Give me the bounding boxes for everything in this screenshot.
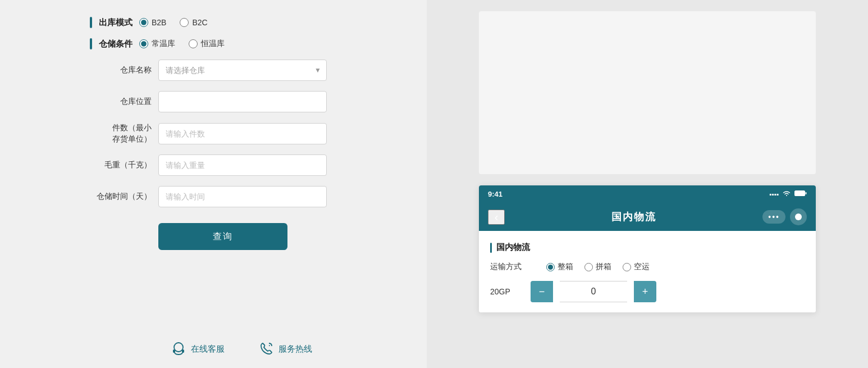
online-service-label: 在线客服 <box>191 344 225 355</box>
outbound-mode-row: 出库模式 B2B B2C <box>90 17 393 28</box>
online-service-button[interactable]: 在线客服 <box>171 341 225 357</box>
normal-temp-option[interactable]: 常温库 <box>139 39 175 49</box>
footer-actions: 在线客服 服务热线 <box>90 330 393 357</box>
full-container-radio[interactable] <box>546 263 555 271</box>
full-container-option[interactable]: 整箱 <box>546 262 573 272</box>
outbound-mode-label: 出库模式 <box>99 17 133 28</box>
warehouse-name-label: 仓库名称 <box>90 65 152 75</box>
right-panel: 9:41 ▪▪▪▪ ‹ <box>427 0 868 368</box>
dots-menu-button[interactable]: ••• <box>762 210 785 224</box>
battery-icon <box>794 190 807 198</box>
warehouse-select[interactable]: 请选择仓库 <box>158 60 327 81</box>
left-panel: 出库模式 B2B B2C 仓储条件 常温库 <box>0 0 427 368</box>
warehouse-select-wrapper: 请选择仓库 ▼ <box>158 60 327 81</box>
stepper-input[interactable] <box>560 281 627 302</box>
stepper-20gp-row: 20GP − + <box>490 281 805 302</box>
circle-inner <box>795 213 802 220</box>
b2b-label: B2B <box>152 18 166 27</box>
air-option[interactable]: 空运 <box>623 262 650 272</box>
phone-section-title: 国内物流 <box>496 242 530 253</box>
phone-icon <box>258 341 274 357</box>
signal-icon: ▪▪▪▪ <box>769 190 779 198</box>
svg-rect-1 <box>173 349 175 353</box>
nav-title: 国内物流 <box>611 210 656 224</box>
container-20gp-label: 20GP <box>490 287 524 296</box>
gross-weight-row: 毛重（千克） <box>90 155 393 176</box>
status-icons: ▪▪▪▪ <box>769 190 807 198</box>
cold-temp-option[interactable]: 恒温库 <box>189 39 225 49</box>
full-container-label: 整箱 <box>558 262 573 272</box>
storage-condition-label: 仓储条件 <box>99 39 133 49</box>
pieces-row: 件数（最小存货单位） <box>90 122 393 144</box>
section-bar-outbound <box>90 17 92 28</box>
nav-bar: ‹ 国内物流 ••• <box>479 203 816 231</box>
gross-weight-label: 毛重（千克） <box>90 160 152 170</box>
gross-weight-input[interactable] <box>158 155 327 176</box>
svg-rect-2 <box>182 349 184 353</box>
service-hotline-label: 服务热线 <box>278 344 312 355</box>
circle-action-button[interactable] <box>790 208 807 225</box>
wifi-icon <box>782 190 791 198</box>
transport-label: 运输方式 <box>490 262 535 272</box>
storage-time-label: 仓储时间（天） <box>90 192 152 202</box>
cold-temp-radio[interactable] <box>189 39 198 48</box>
air-label: 空运 <box>634 262 650 272</box>
stepper-plus-button[interactable]: + <box>634 281 656 302</box>
storage-time-row: 仓储时间（天） <box>90 186 393 207</box>
lcl-label: 拼箱 <box>596 262 611 272</box>
cold-temp-label: 恒温库 <box>201 39 225 49</box>
storage-condition-row: 仓储条件 常温库 恒温库 <box>90 38 393 49</box>
outbound-mode-radio-group: B2B B2C <box>139 18 208 27</box>
transport-method-row: 运输方式 整箱 拼箱 空运 <box>490 262 805 272</box>
svg-rect-4 <box>806 192 807 194</box>
svg-rect-3 <box>795 191 805 196</box>
normal-temp-radio[interactable] <box>139 39 148 48</box>
lcl-radio[interactable] <box>584 263 593 271</box>
air-radio[interactable] <box>623 263 631 271</box>
status-time: 9:41 <box>488 190 502 198</box>
stepper-minus-button[interactable]: − <box>531 281 553 302</box>
transport-radio-group: 整箱 拼箱 空运 <box>546 262 650 272</box>
b2b-radio[interactable] <box>139 18 148 27</box>
storage-condition-radio-group: 常温库 恒温库 <box>139 39 225 49</box>
phone-section-bar <box>490 243 492 253</box>
back-button[interactable]: ‹ <box>488 210 505 225</box>
b2b-option[interactable]: B2B <box>139 18 166 27</box>
phone-mockup: 9:41 ▪▪▪▪ ‹ <box>479 185 816 312</box>
pieces-label: 件数（最小存货单位） <box>90 122 152 144</box>
warehouse-location-input[interactable] <box>158 91 327 112</box>
status-bar: 9:41 ▪▪▪▪ <box>479 185 816 203</box>
query-button[interactable]: 查询 <box>158 223 287 250</box>
normal-temp-label: 常温库 <box>152 39 175 49</box>
section-bar-storage <box>90 38 92 49</box>
b2c-option[interactable]: B2C <box>180 18 207 27</box>
b2c-label: B2C <box>192 18 207 27</box>
phone-content: 国内物流 运输方式 整箱 拼箱 空运 <box>479 231 816 312</box>
headset-icon <box>171 341 186 357</box>
pieces-input[interactable] <box>158 123 327 144</box>
nav-actions: ••• <box>762 208 807 225</box>
service-hotline-button[interactable]: 服务热线 <box>258 341 312 357</box>
svg-point-0 <box>174 343 183 352</box>
warehouse-location-label: 仓库位置 <box>90 97 152 107</box>
warehouse-name-row: 仓库名称 请选择仓库 ▼ <box>90 60 393 81</box>
top-white-area <box>479 11 816 174</box>
b2c-radio[interactable] <box>180 18 189 27</box>
warehouse-location-row: 仓库位置 <box>90 91 393 112</box>
lcl-option[interactable]: 拼箱 <box>584 262 611 272</box>
storage-time-input[interactable] <box>158 186 327 207</box>
phone-section-header: 国内物流 <box>490 242 805 253</box>
